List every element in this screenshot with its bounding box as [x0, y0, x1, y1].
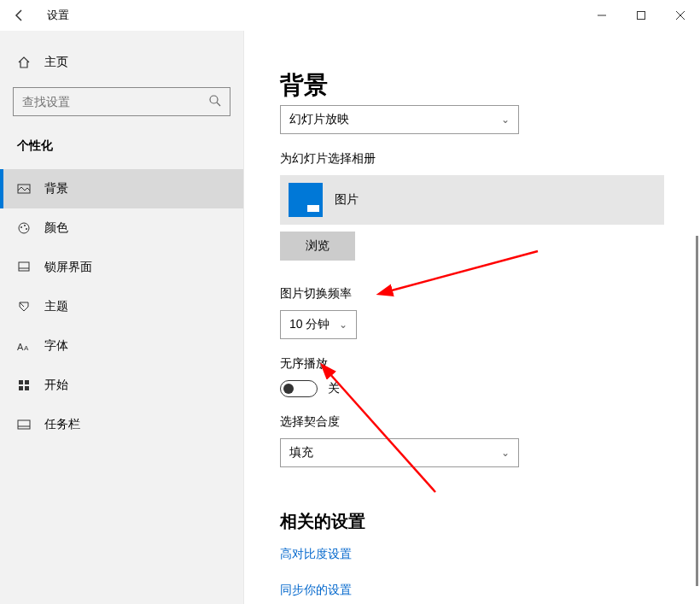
sidebar-item-label: 锁屏界面: [44, 260, 92, 275]
sidebar: 主页 个性化 背景 颜色 锁屏界面: [0, 31, 244, 604]
chevron-down-icon: ⌄: [501, 114, 510, 126]
palette-icon: [17, 221, 34, 235]
svg-text:A: A: [17, 342, 24, 352]
sidebar-item-taskbar[interactable]: 任务栏: [0, 405, 243, 444]
album-section-label: 为幻灯片选择相册: [280, 151, 664, 167]
svg-rect-14: [25, 380, 29, 384]
sidebar-item-background[interactable]: 背景: [0, 169, 243, 208]
svg-point-8: [26, 228, 27, 230]
shuffle-label: 无序播放: [280, 356, 664, 372]
interval-label: 图片切换频率: [280, 286, 664, 302]
browse-button[interactable]: 浏览: [280, 232, 355, 261]
chevron-down-icon: ⌄: [339, 319, 347, 331]
home-icon: [17, 56, 34, 69]
svg-rect-15: [19, 386, 23, 390]
sidebar-item-label: 开始: [44, 378, 68, 393]
shuffle-toggle[interactable]: [280, 380, 318, 397]
album-thumbnail: [289, 183, 323, 217]
theme-icon: [17, 300, 34, 314]
category-label: 个性化: [0, 132, 243, 169]
fit-label: 选择契合度: [280, 414, 664, 430]
sync-settings-link[interactable]: 同步你的设置: [280, 583, 664, 598]
search-icon: [208, 94, 222, 111]
svg-point-7: [24, 225, 26, 226]
related-settings-title: 相关的设置: [280, 510, 664, 533]
svg-point-2: [210, 96, 218, 103]
sidebar-item-label: 颜色: [44, 220, 68, 236]
dropdown-value: 幻灯片放映: [289, 112, 349, 127]
font-icon: AA: [17, 340, 34, 352]
sidebar-item-start[interactable]: 开始: [0, 366, 243, 405]
sidebar-item-label: 任务栏: [44, 417, 80, 432]
album-selection[interactable]: 图片: [280, 175, 664, 225]
high-contrast-link[interactable]: 高对比度设置: [280, 547, 664, 562]
taskbar-icon: [17, 418, 34, 431]
svg-text:A: A: [24, 344, 29, 352]
minimize-button[interactable]: [582, 0, 621, 31]
fit-dropdown[interactable]: 填充 ⌄: [280, 438, 519, 467]
sidebar-item-colors[interactable]: 颜色: [0, 208, 243, 248]
svg-rect-17: [18, 420, 30, 429]
dropdown-value: 10 分钟: [289, 317, 330, 332]
lockscreen-icon: [17, 261, 34, 274]
picture-icon: [17, 182, 34, 196]
search-input[interactable]: [13, 87, 230, 116]
sidebar-item-lockscreen[interactable]: 锁屏界面: [0, 248, 243, 287]
main-content: 背景 幻灯片放映 ⌄ 为幻灯片选择相册 图片 浏览 图片切换频率 10 分钟: [244, 31, 700, 604]
maximize-button[interactable]: [621, 0, 661, 31]
sidebar-item-label: 主题: [44, 299, 68, 314]
sidebar-item-label: 字体: [44, 338, 68, 354]
window-title: 设置: [47, 8, 69, 23]
svg-point-5: [19, 223, 29, 233]
home-nav[interactable]: 主页: [0, 46, 243, 79]
svg-rect-1: [638, 12, 645, 20]
chevron-down-icon: ⌄: [501, 447, 510, 459]
page-title: 背景: [244, 31, 700, 110]
sidebar-item-themes[interactable]: 主题: [0, 287, 243, 326]
svg-rect-16: [25, 386, 29, 390]
svg-point-6: [20, 226, 22, 228]
shuffle-state: 关: [328, 381, 340, 396]
scrollbar[interactable]: [696, 236, 698, 586]
back-button[interactable]: [0, 0, 38, 31]
dropdown-value: 填充: [289, 445, 313, 460]
home-label: 主页: [44, 55, 68, 70]
toggle-knob: [283, 384, 294, 394]
sidebar-item-fonts[interactable]: AA 字体: [0, 326, 243, 366]
start-icon: [17, 378, 34, 392]
svg-rect-13: [19, 380, 23, 384]
close-button[interactable]: [661, 0, 700, 31]
svg-line-3: [217, 103, 220, 106]
interval-dropdown[interactable]: 10 分钟 ⌄: [280, 310, 357, 339]
album-name: 图片: [335, 192, 359, 208]
sidebar-item-label: 背景: [44, 181, 68, 196]
background-mode-dropdown[interactable]: 幻灯片放映 ⌄: [280, 105, 519, 134]
svg-rect-9: [19, 262, 29, 271]
